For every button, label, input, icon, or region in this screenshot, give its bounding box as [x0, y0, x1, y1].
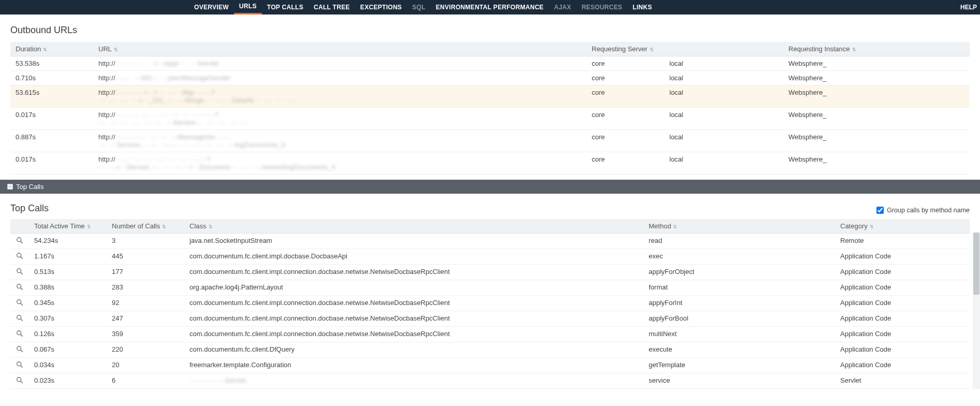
sort-icon: ⇅ [852, 48, 856, 52]
magnifier-icon[interactable] [16, 376, 23, 384]
svg-line-1 [21, 241, 23, 243]
topcalls-cell-class: com.documentum.fc.client.DfQuery [184, 342, 643, 358]
magnifier-icon[interactable] [16, 252, 23, 259]
topcalls-cell-class: com.documentum.fc.client.impl.connection… [184, 265, 643, 280]
svg-line-9 [21, 303, 23, 306]
topcalls-cell-category: Application Code [835, 296, 970, 311]
nav-item-links[interactable]: LINKS [627, 0, 657, 15]
outbound-cell-url: http://····.···.···.···/····/···· ···· ·… [93, 85, 587, 108]
topcalls-cell-category: Application Code [835, 327, 970, 342]
outbound-header-server[interactable]: Requesting Server⇅ [587, 42, 664, 56]
topcalls-section-bar[interactable]: − Top Calls [0, 180, 980, 194]
topcalls-row[interactable]: 0.023s6···· ···· ···· ····Servletservice… [10, 373, 970, 389]
topcalls-cell-method: applyForInt [643, 296, 835, 311]
outbound-header-instance[interactable]: Requesting Instance⇅ [783, 42, 970, 56]
topcalls-cell-method: applyForBool [643, 311, 835, 327]
topcalls-cell-category: Application Code [835, 342, 970, 358]
outbound-cell-server2: local [664, 56, 783, 71]
topcalls-cell-class: java.net.SocketInputStream [184, 234, 643, 249]
outbound-row[interactable]: 53.615shttp://····.···.···.···/····/····… [10, 85, 970, 108]
topcalls-header-time[interactable]: Total Active Time⇅ [29, 219, 107, 234]
outbound-cell-duration: 0.017s [10, 152, 93, 175]
nav-help[interactable]: HELP [960, 0, 977, 15]
outbound-cell-url: http://····.··· ····MS···· ···pter/Messa… [93, 71, 587, 85]
topcalls-header-class[interactable]: Class⇅ [184, 219, 643, 234]
topcalls-cell-icon [10, 373, 29, 389]
topcalls-row[interactable]: 0.034s20freemarker.template.Configuratio… [10, 358, 970, 373]
magnifier-icon[interactable] [16, 299, 23, 306]
sort-icon: ⇅ [43, 48, 47, 52]
topcalls-cell-icon [10, 311, 29, 327]
magnifier-icon[interactable] [16, 361, 23, 368]
topcalls-cell-category: Remote [835, 234, 970, 249]
sort-icon: ⇅ [162, 225, 166, 229]
topcalls-cell-time: 0.067s [29, 342, 107, 358]
topcalls-header-method[interactable]: Method⇅ [643, 219, 835, 234]
outbound-cell-server: core [587, 152, 664, 175]
topcalls-row[interactable]: 0.067s220com.documentum.fc.client.DfQuer… [10, 342, 970, 358]
nav-item-call-tree[interactable]: CALL TREE [309, 0, 355, 15]
top-nav: OVERVIEWURLSTOP CALLSCALL TREEEXCEPTIONS… [0, 0, 980, 15]
topcalls-row[interactable]: 0.126s359com.documentum.fc.client.impl.c… [10, 327, 970, 342]
scrollbar-track[interactable] [973, 233, 980, 389]
outbound-cell-url: http://····.··· ···· ···· ···· ···· ····… [93, 152, 587, 175]
nav-item-ajax[interactable]: AJAX [549, 0, 576, 15]
nav-item-exceptions[interactable]: EXCEPTIONS [355, 0, 407, 15]
collapse-icon[interactable]: − [7, 184, 13, 190]
topcalls-row[interactable]: 54.234s3java.net.SocketInputStreamreadRe… [10, 234, 970, 249]
outbound-row[interactable]: 0.710shttp://····.··· ····MS···· ···pter… [10, 71, 970, 85]
outbound-cell-duration: 0.017s [10, 108, 93, 130]
topcalls-cell-category: Application Code [835, 358, 970, 373]
magnifier-icon[interactable] [16, 314, 23, 322]
outbound-cell-duration: 53.538s [10, 56, 93, 71]
topcalls-cell-method: service [643, 373, 835, 389]
topcalls-cell-class: freemarker.template.Configuration [184, 358, 643, 373]
topcalls-row[interactable]: 0.345s92com.documentum.fc.client.impl.co… [10, 296, 970, 311]
topcalls-cell-icon [10, 358, 29, 373]
svg-line-5 [21, 272, 23, 274]
nav-item-environmental-performance[interactable]: ENVIRONMENTAL PERFORMANCE [431, 0, 549, 15]
group-checkbox[interactable] [876, 207, 884, 214]
magnifier-icon[interactable] [16, 237, 23, 244]
outbound-row[interactable]: 0.017shttp://····.··· ···· ···· ···· ···… [10, 152, 970, 175]
topcalls-cell-method: format [643, 280, 835, 296]
scrollbar-thumb[interactable] [973, 233, 979, 295]
topcalls-cell-time: 0.126s [29, 327, 107, 342]
outbound-row[interactable]: 53.538shttp://···.···.···.··· ····/····/… [10, 56, 970, 71]
topcalls-cell-num: 177 [107, 265, 184, 280]
magnifier-icon[interactable] [16, 345, 23, 353]
group-by-method-toggle[interactable]: Group calls by method name [876, 207, 970, 214]
nav-item-overview[interactable]: OVERVIEW [189, 0, 234, 15]
outbound-cell-url: http://····.···.···.··· ···· ···· ···/Me… [93, 130, 587, 152]
topcalls-cell-time: 0.345s [29, 296, 107, 311]
topcalls-cell-icon [10, 249, 29, 265]
nav-item-urls[interactable]: URLS [234, 0, 262, 15]
outbound-title: Outbound URLs [10, 25, 970, 36]
topcalls-header-num[interactable]: Number of Calls⇅ [107, 219, 184, 234]
topcalls-cell-time: 0.388s [29, 280, 107, 296]
magnifier-icon[interactable] [16, 283, 23, 291]
nav-item-top-calls[interactable]: TOP CALLS [262, 0, 309, 15]
topcalls-row[interactable]: 0.307s247com.documentum.fc.client.impl.c… [10, 311, 970, 327]
outbound-header-duration[interactable]: Duration⇅ [10, 42, 93, 56]
topcalls-row[interactable]: 0.388s283org.apache.log4j.PatternLayoutf… [10, 280, 970, 296]
svg-line-7 [21, 288, 23, 290]
svg-line-15 [21, 350, 23, 352]
topcalls-row[interactable]: 0.513s177com.documentum.fc.client.impl.c… [10, 265, 970, 280]
topcalls-cell-num: 283 [107, 280, 184, 296]
nav-item-resources[interactable]: RESOURCES [576, 0, 627, 15]
magnifier-icon[interactable] [16, 330, 23, 337]
magnifier-icon[interactable] [16, 268, 23, 275]
outbound-row[interactable]: 0.017shttp://····.···.··· ···· ·· ···· ·… [10, 108, 970, 130]
outbound-row[interactable]: 0.887shttp://····.···.···.··· ···· ···· … [10, 130, 970, 152]
topcalls-header-category[interactable]: Category⇅ [835, 219, 970, 234]
topcalls-cell-num: 20 [107, 358, 184, 373]
outbound-header-server2 [664, 42, 783, 56]
outbound-cell-instance: Websphere_ [783, 71, 970, 85]
nav-item-sql[interactable]: SQL [407, 0, 431, 15]
topcalls-row[interactable]: 1.167s445com.documentum.fc.client.impl.d… [10, 249, 970, 265]
topcalls-cell-class: com.documentum.fc.client.impl.docbase.Do… [184, 249, 643, 265]
topcalls-cell-icon [10, 265, 29, 280]
outbound-cell-server2: local [664, 152, 783, 175]
outbound-header-url[interactable]: URL⇅ [93, 42, 587, 56]
